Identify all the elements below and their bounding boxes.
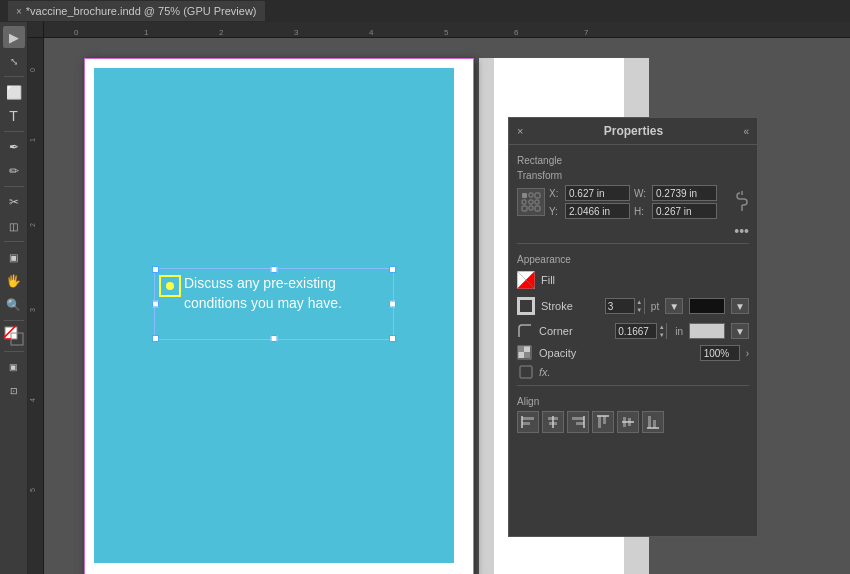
page-cyan[interactable]: Discuss any pre-existing conditions you …: [94, 68, 454, 563]
stroke-row: Stroke ▲ ▼ pt ▼ ▼: [517, 295, 749, 317]
corner-stepper-up[interactable]: ▲: [656, 323, 666, 331]
left-toolbar: ▶ ⤡ ⬜ T ✒ ✏ ✂ ◫ ▣ 🖐 🔍 ▣ ⊡: [0, 22, 28, 574]
corner-row: Corner ▲ ▼ in ▼: [517, 321, 749, 341]
transform-row: X: W: Y: H:: [517, 185, 749, 219]
ruler-left: 0 1 2 3 4 5: [28, 38, 44, 574]
ruler-mark-2: 2: [219, 28, 223, 37]
canvas-area: 0 1 2 3 4 5 6 7 0 1 2 3 4 5: [28, 22, 850, 574]
main-layout: ▶ ⤡ ⬜ T ✒ ✏ ✂ ◫ ▣ 🖐 🔍 ▣ ⊡: [0, 22, 850, 574]
handle-ml[interactable]: [152, 301, 159, 308]
gradient-tool[interactable]: ▣: [3, 246, 25, 268]
svg-rect-25: [522, 422, 530, 425]
stroke-unit-label: pt: [651, 301, 659, 312]
ruler-mark-3: 3: [294, 28, 298, 37]
stroke-stepper-down[interactable]: ▼: [634, 306, 644, 314]
opacity-chevron[interactable]: ›: [746, 348, 749, 359]
section-transform-label: Transform: [517, 170, 749, 181]
stroke-value-input[interactable]: [606, 301, 634, 312]
fx-label[interactable]: fx.: [539, 366, 551, 378]
place-tool[interactable]: ⊡: [3, 380, 25, 402]
toolbar-separator-4: [4, 241, 24, 242]
stroke-label: Stroke: [541, 300, 599, 312]
panel-title: Properties: [604, 124, 663, 138]
corner-style-swatch[interactable]: [689, 323, 725, 339]
align-top-button[interactable]: [592, 411, 614, 433]
corner-label: Corner: [539, 325, 609, 337]
handle-mr[interactable]: [389, 301, 396, 308]
align-icons-row: [517, 411, 749, 433]
ruler-mark-6: 6: [514, 28, 518, 37]
svg-rect-31: [576, 422, 584, 425]
properties-panel: × Properties « Rectangle Transform: [508, 117, 758, 537]
rectangle-tool[interactable]: ⬜: [3, 81, 25, 103]
x-input[interactable]: [565, 185, 630, 201]
svg-rect-23: [520, 366, 532, 378]
panel-collapse-button[interactable]: «: [743, 126, 749, 137]
opacity-input[interactable]: [700, 345, 740, 361]
w-input[interactable]: [652, 185, 717, 201]
fill-label: Fill: [541, 274, 749, 286]
opacity-row: Opacity ›: [517, 345, 749, 361]
x-label: X:: [549, 188, 561, 199]
corner-stepper-down[interactable]: ▼: [656, 331, 666, 339]
transform-reference-icon[interactable]: [517, 188, 545, 216]
corner-stepper[interactable]: ▲ ▼: [615, 323, 667, 339]
svg-rect-5: [529, 193, 533, 197]
pen-tool[interactable]: ✒: [3, 136, 25, 158]
handle-tl[interactable]: [152, 266, 159, 273]
fill-stroke-icon[interactable]: [3, 325, 25, 347]
svg-rect-20: [518, 352, 524, 358]
scissors-tool[interactable]: ✂: [3, 191, 25, 213]
align-center-h-button[interactable]: [542, 411, 564, 433]
handle-tm[interactable]: [271, 266, 278, 273]
svg-rect-30: [572, 417, 584, 420]
section-appearance-label: Appearance: [517, 254, 749, 265]
panel-header: × Properties «: [509, 118, 757, 145]
frame-tool[interactable]: ▣: [3, 356, 25, 378]
corner-value-input[interactable]: [616, 326, 656, 337]
h-input[interactable]: [652, 203, 717, 219]
zoom-tool[interactable]: 🔍: [3, 294, 25, 316]
y-label: Y:: [549, 206, 561, 217]
align-right-button[interactable]: [567, 411, 589, 433]
hand-tool[interactable]: 🖐: [3, 270, 25, 292]
stroke-dropdown[interactable]: ▼: [665, 298, 683, 314]
type-tool[interactable]: T: [3, 105, 25, 127]
pencil-tool[interactable]: ✏: [3, 160, 25, 182]
ruler-top: 0 1 2 3 4 5 6 7: [44, 22, 850, 38]
svg-rect-24: [522, 417, 534, 420]
select-tool[interactable]: ▶: [3, 26, 25, 48]
stroke-color-swatch[interactable]: [689, 298, 725, 314]
handle-br[interactable]: [389, 335, 396, 342]
document-tab[interactable]: × *vaccine_brochure.indd @ 75% (GPU Prev…: [8, 1, 265, 21]
stroke-color-dropdown[interactable]: ▼: [731, 298, 749, 314]
tab-close-icon[interactable]: ×: [16, 6, 22, 17]
chain-link-icon[interactable]: [735, 189, 749, 216]
more-options-button[interactable]: •••: [517, 223, 749, 239]
align-middle-v-button[interactable]: [617, 411, 639, 433]
transform-fields: X: W: Y: H:: [549, 185, 729, 219]
svg-rect-12: [535, 206, 540, 211]
y-input[interactable]: [565, 203, 630, 219]
ruler-mark-v-5: 5: [29, 488, 36, 492]
stroke-stepper-up[interactable]: ▲: [634, 298, 644, 306]
corner-style-dropdown[interactable]: ▼: [731, 323, 749, 339]
direct-select-tool[interactable]: ⤡: [3, 50, 25, 72]
svg-rect-39: [648, 416, 651, 428]
free-transform-tool[interactable]: ◫: [3, 215, 25, 237]
stroke-stepper[interactable]: ▲ ▼: [605, 298, 645, 314]
handle-bm[interactable]: [271, 335, 278, 342]
handle-tr[interactable]: [389, 266, 396, 273]
align-bottom-button[interactable]: [642, 411, 664, 433]
panel-close-button[interactable]: ×: [517, 125, 523, 137]
ruler-corner: [28, 22, 44, 38]
corner-icon: [517, 323, 533, 339]
fx-icon: [519, 365, 533, 379]
align-left-button[interactable]: [517, 411, 539, 433]
svg-rect-8: [529, 200, 533, 204]
svg-rect-34: [603, 416, 606, 424]
toolbar-separator-1: [4, 76, 24, 77]
fx-row: fx.: [517, 365, 749, 379]
ruler-mark-7: 7: [584, 28, 588, 37]
handle-bl[interactable]: [152, 335, 159, 342]
